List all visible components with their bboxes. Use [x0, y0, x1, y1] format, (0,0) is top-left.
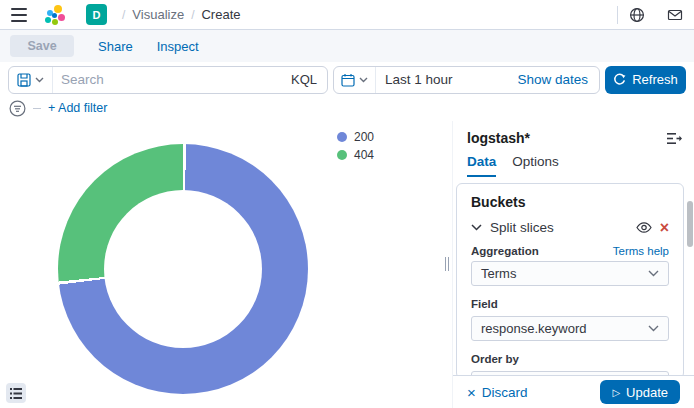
- legend-item[interactable]: 200: [337, 130, 374, 144]
- space-badge[interactable]: D: [86, 4, 107, 25]
- legend-label: 200: [354, 130, 374, 144]
- panel-scrollbar[interactable]: [687, 201, 693, 247]
- save-button[interactable]: Save: [10, 35, 74, 57]
- legend-dot-icon: [337, 150, 347, 160]
- filter-bar: + Add filter: [0, 95, 694, 121]
- date-picker: Last 1 hour Show dates: [333, 66, 600, 94]
- breadcrumb: Visualize / Create: [132, 7, 240, 22]
- save-query-icon: [17, 73, 31, 87]
- saved-query-menu-button[interactable]: [9, 67, 53, 93]
- editor-tabs: Data Options: [453, 146, 694, 177]
- search-input[interactable]: [53, 72, 281, 87]
- play-icon: ▷: [612, 387, 620, 398]
- eye-icon: [636, 222, 652, 233]
- show-dates-button[interactable]: Show dates: [517, 72, 599, 87]
- split-slices-row: Split slices ×: [471, 220, 669, 235]
- visualize-toolbar: Save Share Inspect: [0, 30, 694, 62]
- panel-resizer-handle[interactable]: [441, 256, 452, 272]
- kibana-visualize-app: D / Visualize / Create: [0, 0, 694, 408]
- main-content: 200404 logstash*: [0, 121, 694, 408]
- breadcrumb-separator: /: [122, 8, 125, 22]
- refresh-label: Refresh: [632, 72, 678, 87]
- help-globe-button[interactable]: [618, 0, 656, 29]
- globe-icon: [629, 7, 645, 23]
- field-label: Field: [471, 298, 498, 310]
- refresh-button[interactable]: Refresh: [605, 66, 686, 94]
- time-range-value[interactable]: Last 1 hour: [376, 72, 453, 87]
- legend-toggle-button[interactable]: [6, 383, 26, 403]
- update-label: Update: [626, 385, 668, 400]
- envelope-icon: [667, 7, 683, 23]
- close-icon: ×: [467, 384, 476, 401]
- field-value: response.keyword: [481, 321, 648, 336]
- order-by-label: Order by: [471, 353, 519, 365]
- remove-bucket-button[interactable]: ×: [660, 222, 669, 234]
- menu-icon[interactable]: [0, 0, 38, 29]
- aggregation-label: Aggregation: [471, 245, 539, 257]
- list-icon: [10, 388, 22, 399]
- chevron-down-icon: [648, 325, 659, 332]
- calendar-icon: [341, 73, 355, 87]
- chevron-down-icon: [35, 77, 44, 83]
- legend-dot-icon: [337, 132, 347, 142]
- elastic-logo[interactable]: [38, 0, 72, 29]
- aggregation-value: Terms: [481, 266, 648, 281]
- add-filter-button[interactable]: + Add filter: [48, 101, 107, 115]
- editor-action-bar: × Discard ▷ Update: [453, 375, 694, 408]
- filter-options-button[interactable]: [9, 100, 26, 117]
- filter-menu-icon: [9, 100, 26, 117]
- legend-item[interactable]: 404: [337, 148, 374, 162]
- chart-area: 200404: [0, 121, 452, 408]
- collapse-panel-button[interactable]: [667, 132, 682, 145]
- toggle-visibility-button[interactable]: [636, 222, 652, 233]
- breadcrumb-visualize[interactable]: Visualize: [132, 7, 184, 22]
- app-header: D / Visualize / Create: [0, 0, 694, 30]
- refresh-icon: [613, 73, 626, 86]
- inspect-button[interactable]: Inspect: [157, 39, 199, 54]
- chevron-down-icon[interactable]: [471, 224, 482, 231]
- chevron-down-icon: [359, 77, 368, 83]
- split-slices-label[interactable]: Split slices: [490, 220, 628, 235]
- buckets-card: Buckets Split slices ×: [456, 183, 684, 379]
- editor-panel-header: logstash*: [453, 121, 694, 146]
- vis-editor-panel: logstash* Data Options Buckets: [452, 121, 694, 408]
- chart-legend: 200404: [337, 130, 374, 162]
- update-button[interactable]: ▷ Update: [600, 380, 680, 404]
- collapse-right-icon: [667, 132, 682, 145]
- terms-help-link[interactable]: Terms help: [613, 245, 669, 257]
- aggregation-select[interactable]: Terms: [471, 261, 669, 286]
- index-pattern-title: logstash*: [467, 130, 530, 146]
- date-quick-select-button[interactable]: [334, 67, 376, 93]
- donut-hole: [104, 190, 262, 348]
- query-bar: KQL: [8, 66, 328, 94]
- breadcrumb-create: Create: [201, 7, 240, 22]
- tab-options[interactable]: Options: [512, 154, 559, 177]
- close-icon: ×: [660, 222, 669, 234]
- elastic-logo-cluster-icon: [45, 5, 65, 25]
- aggregation-label-row: Aggregation Terms help: [471, 245, 669, 257]
- header-right: [617, 0, 694, 29]
- query-row: KQL Last 1 hour Show dates: [0, 62, 694, 95]
- legend-label: 404: [354, 148, 374, 162]
- discard-button[interactable]: × Discard: [467, 384, 528, 401]
- field-select[interactable]: response.keyword: [471, 316, 669, 341]
- hamburger-icon: [11, 8, 27, 22]
- tab-data[interactable]: Data: [467, 154, 496, 177]
- buckets-title: Buckets: [471, 194, 669, 210]
- newsfeed-button[interactable]: [656, 0, 694, 29]
- filter-divider: [33, 108, 41, 109]
- donut-chart[interactable]: [58, 144, 308, 394]
- breadcrumb-separator: /: [191, 8, 194, 22]
- chevron-down-icon: [648, 270, 659, 277]
- discard-label: Discard: [482, 385, 528, 400]
- share-button[interactable]: Share: [98, 39, 133, 54]
- kql-language-button[interactable]: KQL: [281, 72, 327, 87]
